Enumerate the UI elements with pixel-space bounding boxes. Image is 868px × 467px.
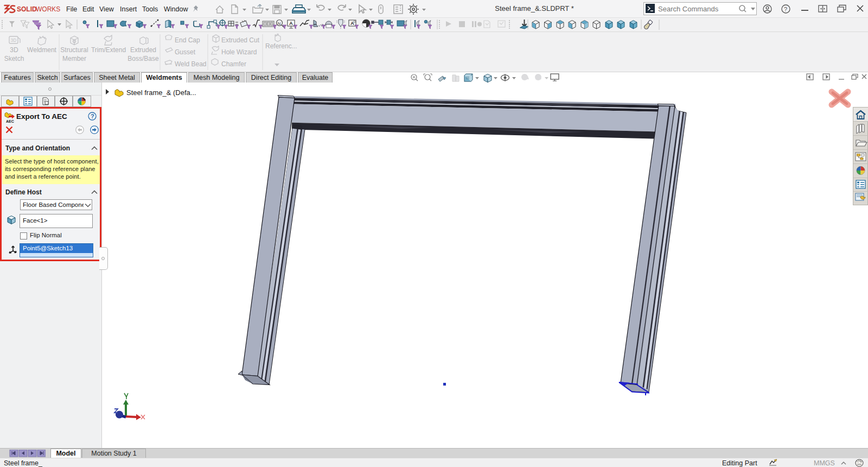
svg-text:Structural: Structural [60, 46, 88, 54]
svg-text:N: N [278, 21, 281, 26]
svg-text:Extruded: Extruded [130, 46, 156, 54]
svg-text:Weldment: Weldment [27, 46, 56, 54]
svg-text:Member: Member [62, 55, 86, 62]
svg-text:?: ? [784, 6, 787, 12]
svg-text:End Cap: End Cap [175, 36, 200, 44]
svg-text:Chamfer: Chamfer [221, 60, 246, 68]
svg-text:Trim/Extend: Trim/Extend [91, 46, 126, 54]
svg-text:Extruded Cut: Extruded Cut [221, 36, 260, 44]
svg-text:Gusset: Gusset [175, 48, 196, 56]
svg-text:Referenc...: Referenc... [265, 42, 297, 50]
svg-text:SOLID: SOLID [17, 5, 37, 13]
svg-text:Hole Wizard: Hole Wizard [221, 48, 257, 56]
svg-text:Boss/Base: Boss/Base [127, 55, 159, 62]
svg-text:A: A [350, 20, 354, 26]
svg-text:Weld Bead: Weld Bead [175, 60, 206, 68]
svg-text:A: A [289, 20, 293, 26]
svg-text:WORKS: WORKS [36, 5, 60, 13]
svg-text:?: ? [91, 113, 94, 119]
svg-text:3D: 3D [10, 46, 18, 54]
svg-text:AEC: AEC [6, 119, 14, 123]
svg-text:Sketch: Sketch [4, 55, 24, 62]
svg-text:3D: 3D [11, 37, 17, 43]
